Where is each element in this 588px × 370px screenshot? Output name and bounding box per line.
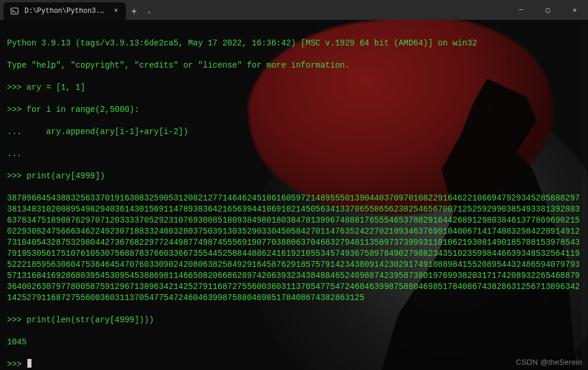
terminal-output[interactable]: Python 3.9.13 (tags/v3.9.13:6de2ca5, May… xyxy=(0,20,588,370)
python-banner-line: Python 3.9.13 (tags/v3.9.13:6de2ca5, May… xyxy=(7,38,583,49)
repl-line: >>> ary = [1, 1] xyxy=(7,82,583,93)
repl-output-bignumber: 3878968454388325633701916308325905312082… xyxy=(7,193,583,304)
prompt-text: >>> xyxy=(7,360,27,369)
repl-prompt[interactable]: >>> xyxy=(7,359,583,370)
repl-line: ... xyxy=(7,149,583,160)
tab-close-button[interactable]: × xyxy=(112,7,120,15)
titlebar-drag-region[interactable] xyxy=(156,0,508,20)
scrollbar-track[interactable] xyxy=(582,23,587,367)
tab-active[interactable]: D:\Python\Python3.9\python. × xyxy=(3,2,126,20)
window-minimize-button[interactable]: — xyxy=(508,0,534,20)
tab-dropdown-button[interactable]: ⌄ xyxy=(142,2,156,20)
text-cursor xyxy=(27,359,31,368)
window-maximize-button[interactable]: ▢ xyxy=(534,0,561,20)
tab-title: D:\Python\Python3.9\python. xyxy=(24,7,106,15)
new-tab-button[interactable]: ＋ xyxy=(126,2,142,20)
repl-line: >>> print(len(str(ary[4999]))) xyxy=(7,315,583,326)
python-help-line: Type "help", "copyright", "credits" or "… xyxy=(7,60,583,71)
repl-output-len: 1045 xyxy=(7,337,583,348)
window-close-button[interactable]: ✕ xyxy=(561,0,588,20)
repl-line: >>> for i in range(2,5000): xyxy=(7,104,583,115)
repl-line: >>> print(ary[4999]) xyxy=(7,171,583,182)
terminal-icon xyxy=(10,7,19,15)
window-titlebar[interactable]: D:\Python\Python3.9\python. × ＋ ⌄ — ▢ ✕ xyxy=(0,0,588,20)
repl-line: ... ary.append(ary[i-1]+ary[i-2]) xyxy=(7,126,583,138)
svg-rect-0 xyxy=(11,8,18,15)
